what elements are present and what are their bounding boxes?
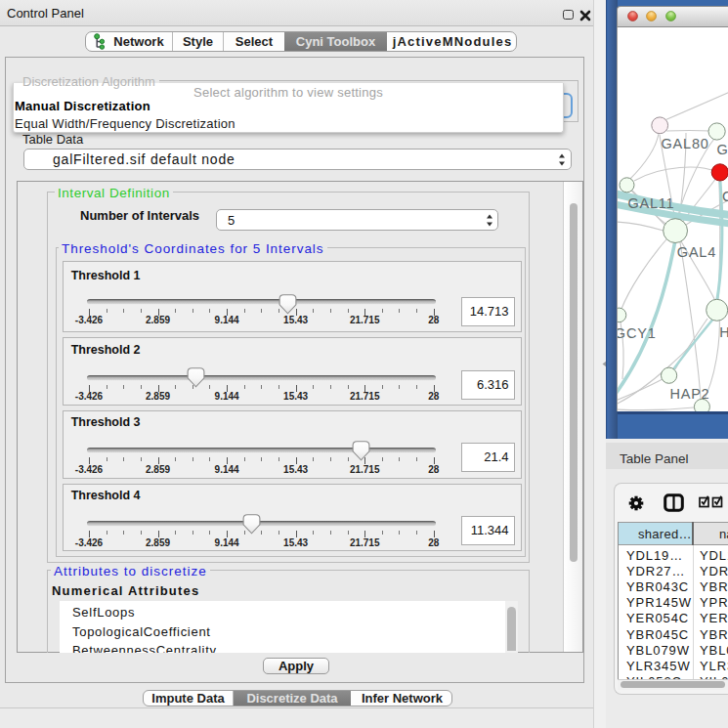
svg-text:GAL4: GAL4: [677, 244, 716, 260]
svg-text:GCY1: GCY1: [618, 325, 656, 341]
svg-text:C: C: [722, 189, 728, 204]
svg-text:GAL80: GAL80: [662, 136, 709, 151]
svg-text:H: H: [719, 324, 728, 340]
svg-text:GA: GA: [717, 142, 728, 157]
svg-text:HAP2: HAP2: [669, 386, 709, 402]
svg-text:GAL11: GAL11: [627, 195, 674, 211]
